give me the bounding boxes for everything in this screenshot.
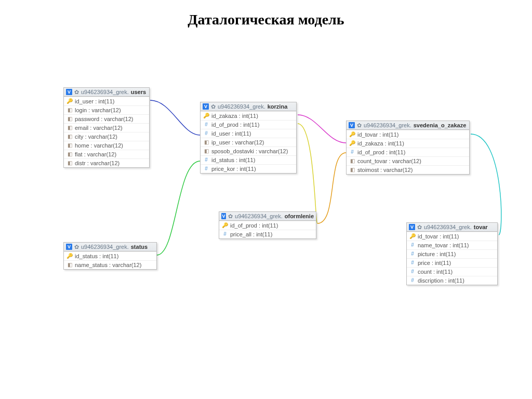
edge-4	[317, 153, 346, 223]
text-icon: ◧	[67, 262, 72, 268]
column-label: password : varchar(12)	[75, 116, 134, 122]
gear-icon[interactable]: ✿	[228, 214, 233, 219]
column-row[interactable]: #id_of_prod : int(11)	[201, 120, 296, 129]
table-db-prefix: u946236934_grek.	[218, 103, 265, 110]
num-icon: #	[222, 232, 228, 237]
column-label: price : int(11)	[418, 260, 451, 266]
column-row[interactable]: #price_kor : int(11)	[201, 164, 296, 173]
text-icon: ◧	[350, 158, 355, 164]
text-icon: ◧	[67, 116, 72, 122]
column-label: count_tovar : varchar(12)	[357, 158, 421, 164]
table-header-tovar[interactable]: V✿u946236934_grek.tovar	[407, 223, 497, 232]
column-row[interactable]: 🔑id_tovar : int(11)	[347, 130, 469, 139]
column-row[interactable]: ◧password : varchar(12)	[64, 114, 149, 123]
column-row[interactable]: #id_user : int(11)	[201, 129, 296, 138]
table-svedenia[interactable]: V✿u946236934_grek.svedenia_o_zakaze🔑id_t…	[346, 121, 470, 175]
table-db-prefix: u946236934_grek.	[364, 122, 411, 128]
key-icon: 🔑	[222, 223, 228, 228]
gear-icon[interactable]: ✿	[74, 244, 79, 250]
gear-icon[interactable]: ✿	[417, 224, 422, 230]
column-row[interactable]: ◧email : varchar(12)	[64, 123, 149, 132]
column-label: ip_user : varchar(12)	[211, 139, 264, 145]
text-icon: ◧	[67, 161, 72, 166]
text-icon: ◧	[350, 167, 355, 172]
gear-icon[interactable]: ✿	[357, 123, 362, 128]
table-header-oformlenie[interactable]: V✿u946236934_grek.oformlenie	[219, 212, 316, 221]
column-row[interactable]: ◧distr : varchar(12)	[64, 158, 149, 167]
column-row[interactable]: ◧flat : varchar(12)	[64, 150, 149, 158]
column-row[interactable]: ◧name_status : varchar(12)	[64, 260, 156, 269]
table-status[interactable]: V✿u946236934_grek.status🔑id_status : int…	[63, 242, 157, 270]
table-header-status[interactable]: V✿u946236934_grek.status	[64, 243, 156, 251]
column-row[interactable]: 🔑id_user : int(11)	[64, 97, 149, 105]
column-label: id_of_prod : int(11)	[211, 122, 259, 128]
table-korzina[interactable]: V✿u946236934_grek.korzina🔑id_zakaza : in…	[200, 102, 297, 174]
table-badge-icon: V	[221, 213, 226, 219]
column-row[interactable]: ◧city : varchar(12)	[64, 132, 149, 141]
table-tovar[interactable]: V✿u946236934_grek.tovar🔑id_tovar : int(1…	[406, 222, 498, 285]
column-row[interactable]: ◧sposob_dostavki : varchar(12)	[201, 147, 296, 155]
column-label: count : int(11)	[418, 269, 453, 275]
column-row[interactable]: #name_tovar : int(11)	[407, 241, 497, 249]
column-row[interactable]: 🔑id_zakaza : int(11)	[201, 111, 296, 120]
column-row[interactable]: 🔑id_zakaza : int(11)	[347, 139, 469, 148]
column-row[interactable]: 🔑id_tovar : int(11)	[407, 232, 497, 241]
num-icon: #	[410, 269, 415, 274]
column-label: id_of_prod : int(11)	[357, 149, 405, 155]
table-header-svedenia[interactable]: V✿u946236934_grek.svedenia_o_zakaze	[347, 121, 469, 130]
relationship-edges	[0, 0, 532, 399]
column-label: city : varchar(12)	[75, 134, 117, 140]
num-icon: #	[410, 260, 415, 265]
column-label: id_status : int(11)	[75, 253, 118, 259]
text-icon: ◧	[67, 143, 72, 148]
table-header-users[interactable]: V✿u946236934_grek.users	[64, 88, 149, 97]
key-icon: 🔑	[67, 254, 72, 259]
column-row[interactable]: #discription : int(11)	[407, 276, 497, 285]
edge-3	[298, 124, 317, 223]
column-label: id_user : int(11)	[211, 130, 251, 137]
column-row[interactable]: #picture : int(11)	[407, 249, 497, 258]
column-label: id_tovar : int(11)	[357, 131, 398, 138]
column-label: name_tovar : int(11)	[418, 242, 469, 248]
gear-icon[interactable]: ✿	[211, 104, 216, 110]
text-icon: ◧	[67, 134, 72, 139]
column-label: id_zakaza : int(11)	[357, 140, 404, 147]
column-row[interactable]: ◧home : varchar(12)	[64, 141, 149, 150]
key-icon: 🔑	[410, 234, 415, 239]
table-badge-icon: V	[66, 244, 72, 250]
column-label: login : varchar(12)	[75, 107, 121, 113]
table-oformlenie[interactable]: V✿u946236934_grek.oformlenie🔑id_of_prod …	[219, 211, 316, 239]
column-row[interactable]: ◧count_tovar : varchar(12)	[347, 156, 469, 165]
table-name: svedenia_o_zakaze	[414, 122, 467, 128]
table-db-prefix: u946236934_grek.	[235, 213, 283, 219]
column-label: id_of_prod : int(11)	[230, 222, 278, 229]
column-row[interactable]: ◧login : varchar(12)	[64, 105, 149, 114]
table-badge-icon: V	[409, 224, 415, 230]
column-row[interactable]: #id_status : int(11)	[201, 155, 296, 164]
column-row[interactable]: 🔑id_of_prod : int(11)	[219, 221, 316, 230]
table-name: users	[131, 89, 146, 95]
key-icon: 🔑	[350, 132, 355, 137]
table-name: tovar	[474, 224, 488, 230]
column-row[interactable]: 🔑id_status : int(11)	[64, 251, 156, 260]
num-icon: #	[350, 150, 355, 155]
column-label: sposob_dostavki : varchar(12)	[211, 148, 288, 154]
table-users[interactable]: V✿u946236934_grek.users🔑id_user : int(11…	[63, 87, 150, 168]
column-row[interactable]: #id_of_prod : int(11)	[347, 148, 469, 156]
er-canvas: V✿u946236934_grek.users🔑id_user : int(11…	[0, 0, 532, 399]
text-icon: ◧	[204, 149, 209, 154]
table-db-prefix: u946236934_grek.	[81, 244, 129, 250]
edge-1	[298, 115, 346, 143]
column-row[interactable]: #price_all : int(11)	[219, 230, 316, 238]
column-row[interactable]: ◧ip_user : varchar(12)	[201, 138, 296, 147]
table-header-korzina[interactable]: V✿u946236934_grek.korzina	[201, 102, 296, 111]
column-label: distr : varchar(12)	[75, 160, 119, 166]
column-row[interactable]: #price : int(11)	[407, 258, 497, 267]
edge-0	[150, 100, 200, 135]
column-row[interactable]: ◧stoimost : varchar(12)	[347, 165, 469, 174]
key-icon: 🔑	[204, 113, 209, 118]
text-icon: ◧	[67, 125, 72, 130]
column-row[interactable]: #count : int(11)	[407, 267, 497, 276]
gear-icon[interactable]: ✿	[74, 89, 79, 95]
column-label: id_user : int(11)	[75, 98, 114, 104]
